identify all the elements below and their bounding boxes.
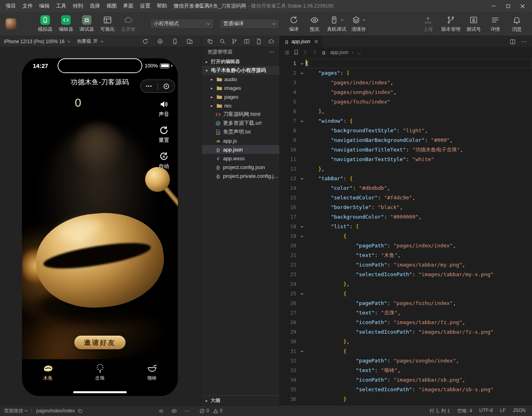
tree-folder[interactable]: ▸res bbox=[202, 101, 279, 110]
code-line[interactable]: "navigationBarTitleText": "功德木鱼电子念珠", bbox=[306, 145, 532, 155]
code-line[interactable]: { bbox=[306, 289, 532, 299]
code-line[interactable]: "pages/fozhu/index" bbox=[306, 97, 532, 107]
tree-file[interactable]: {}project.config.json bbox=[202, 163, 279, 171]
eol-setting[interactable]: LF bbox=[500, 408, 506, 414]
code-line[interactable]: "window": { bbox=[306, 116, 532, 126]
test-account-button[interactable]: 测试号 bbox=[464, 15, 483, 33]
record-icon[interactable] bbox=[157, 38, 163, 44]
fold-toggle[interactable] bbox=[298, 174, 306, 183]
file-icon[interactable] bbox=[256, 38, 262, 44]
tree-file[interactable]: 更多资源下载.url bbox=[202, 119, 279, 127]
breadcrumb-file[interactable]: app.json bbox=[330, 50, 348, 55]
outline-section[interactable]: ▸ 大纲 bbox=[202, 395, 279, 405]
tree-file[interactable]: {}project.private.config.js… bbox=[202, 171, 279, 180]
code-line[interactable]: }, bbox=[306, 164, 532, 174]
details-button[interactable]: 详情 bbox=[486, 15, 505, 33]
invite-friends-button[interactable]: 邀请好友 bbox=[74, 336, 126, 349]
menu-item[interactable]: 转到 bbox=[70, 2, 86, 10]
compile-button[interactable]: 编译 bbox=[284, 15, 303, 33]
tree-file[interactable]: 刀客源码网.html bbox=[202, 110, 279, 119]
tree-folder[interactable]: ▸images bbox=[202, 84, 279, 92]
close-button[interactable] bbox=[515, 0, 530, 12]
tree-folder[interactable]: ▸audio bbox=[202, 75, 279, 84]
code-line[interactable]: "text": "颂钵", bbox=[306, 366, 532, 375]
menu-item[interactable]: 工具 bbox=[53, 2, 70, 10]
open-editors-section[interactable]: ▸ 打开的编辑器 bbox=[202, 57, 279, 66]
code-line[interactable]: "selectedIconPath": "images/tabbar/my-s.… bbox=[306, 270, 532, 279]
minimize-button[interactable] bbox=[486, 0, 501, 12]
language-mode[interactable]: JSON bbox=[513, 408, 526, 414]
menu-item[interactable]: 帮助 bbox=[153, 2, 170, 10]
code-line[interactable]: }, bbox=[306, 337, 532, 346]
code-editor-button[interactable]: 编辑器 bbox=[56, 15, 76, 33]
indent-setting[interactable]: 空格: 4 bbox=[457, 408, 472, 414]
cloud-dev-button[interactable]: 云开发 bbox=[119, 15, 138, 33]
outline-list-icon[interactable] bbox=[284, 50, 290, 56]
menu-item[interactable]: 文件 bbox=[19, 2, 36, 10]
menu-item[interactable]: 设置 bbox=[137, 2, 153, 10]
menu-item[interactable]: 项目 bbox=[2, 2, 19, 10]
capsule-menu-button[interactable]: ••• bbox=[141, 80, 157, 92]
debugger-button[interactable]: 调试器 bbox=[77, 15, 96, 33]
code-editor[interactable]: 1234567891011121314151617181920212223242… bbox=[280, 58, 532, 405]
code-line[interactable]: "selectedColor": "#f4dc9e", bbox=[306, 193, 532, 203]
device-select[interactable]: iPhone 12/13 (Pro) 100% 16 bbox=[4, 39, 70, 44]
code-line[interactable]: "pages/index/index", bbox=[306, 78, 532, 88]
code-line[interactable]: { bbox=[306, 59, 532, 68]
code-line[interactable]: "text": "木鱼", bbox=[306, 251, 532, 260]
tree-folder[interactable]: ▸pages bbox=[202, 92, 279, 101]
code-line[interactable]: "pages": [ bbox=[306, 68, 532, 78]
bookmark-icon[interactable] bbox=[293, 50, 299, 55]
code-line[interactable]: "pages/songbo/index", bbox=[306, 88, 532, 97]
code-line[interactable]: "pagePath": "pages/fozhu/index", bbox=[306, 299, 532, 308]
bug-icon[interactable] bbox=[158, 408, 164, 414]
code-line[interactable]: { bbox=[306, 346, 532, 356]
device-icon[interactable] bbox=[172, 38, 178, 44]
tree-file[interactable]: #app.wxss bbox=[202, 154, 279, 163]
notifications-button[interactable]: 消息 bbox=[507, 15, 526, 33]
copy-icon[interactable] bbox=[78, 408, 83, 414]
more-icon[interactable] bbox=[269, 49, 275, 55]
arrow-left-icon[interactable] bbox=[303, 50, 308, 55]
compile-mode-select[interactable]: 普通编译 bbox=[219, 19, 279, 29]
upload-button[interactable]: 上传 bbox=[418, 15, 438, 33]
mode-select[interactable]: 小程序模式 bbox=[150, 19, 214, 29]
tree-file[interactable]: {}app.json bbox=[202, 145, 279, 154]
duplicate-icon[interactable] bbox=[207, 38, 213, 44]
code-line[interactable]: "selectedIconPath": "images/tabbar/sb-s.… bbox=[306, 385, 532, 394]
code-line[interactable]: { bbox=[306, 231, 532, 241]
encoding-setting[interactable]: UTF-8 bbox=[479, 408, 493, 414]
fold-toggle[interactable] bbox=[298, 68, 306, 78]
version-control-button[interactable]: 版本管理 bbox=[440, 15, 462, 33]
fold-toggle[interactable] bbox=[298, 231, 306, 241]
fold-toggle[interactable] bbox=[298, 116, 306, 126]
menu-item[interactable]: 界面 bbox=[120, 2, 137, 10]
auto-button[interactable]: A自动 bbox=[159, 151, 169, 170]
branch-icon[interactable] bbox=[231, 38, 237, 44]
hot-reload-toggle[interactable]: 热重载 开 bbox=[77, 38, 104, 45]
avatar[interactable] bbox=[6, 18, 16, 29]
code-line[interactable]: "tabBar": { bbox=[306, 174, 532, 183]
maximize-button[interactable] bbox=[501, 0, 515, 12]
code-line[interactable]: "color": "#dbdbdb", bbox=[306, 183, 532, 193]
tree-file[interactable]: JSapp.js bbox=[202, 136, 279, 145]
sound-button[interactable]: 声音 bbox=[159, 99, 169, 118]
rotate-icon[interactable] bbox=[142, 38, 148, 44]
close-tab-icon[interactable] bbox=[314, 39, 319, 44]
code-line[interactable]: "iconPath": "images/tabbar/my.png", bbox=[306, 260, 532, 270]
fold-toggle[interactable] bbox=[298, 346, 306, 356]
split-editor-icon[interactable] bbox=[510, 39, 516, 45]
code-line[interactable]: "borderStyle": "black", bbox=[306, 203, 532, 212]
capsule-home-button[interactable] bbox=[158, 80, 175, 92]
more-icon[interactable] bbox=[184, 408, 190, 414]
tab-app-json[interactable]: {} app.json bbox=[280, 36, 323, 47]
code-line[interactable]: "pagePath": "pages/index/index", bbox=[306, 241, 532, 251]
fold-toggle[interactable] bbox=[298, 222, 306, 231]
arrow-right-icon[interactable] bbox=[312, 50, 317, 55]
phone-tab[interactable]: 颂钵 bbox=[126, 363, 178, 396]
more-icon[interactable] bbox=[521, 39, 527, 45]
reset-button[interactable]: 重置 bbox=[159, 125, 169, 144]
visualizer-button[interactable]: 可视化 bbox=[98, 15, 117, 33]
code-line[interactable]: } bbox=[306, 394, 532, 404]
code-line[interactable]: "iconPath": "images/tabbar/sb.png", bbox=[306, 375, 532, 385]
